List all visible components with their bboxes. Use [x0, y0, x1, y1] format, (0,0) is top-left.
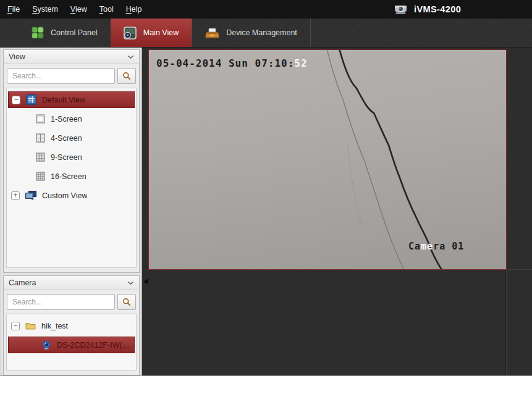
tree-item-hik-test[interactable]: − hik_test — [8, 317, 135, 334]
camera-panel-header[interactable]: Camera — [4, 276, 139, 290]
search-icon — [122, 298, 131, 306]
tab-main-view[interactable]: Main View — [111, 19, 192, 47]
view-panel-title: View — [9, 52, 25, 61]
menu-help[interactable]: Help — [120, 0, 148, 19]
camera-tree: − hik_test — [6, 314, 137, 371]
osd-camera-label-post: ra 01 — [433, 241, 464, 252]
tree-item-label: 9-Screen — [51, 153, 82, 162]
camera-panel-title: Camera — [9, 278, 36, 287]
view-tree: − Default View — [6, 88, 137, 268]
main-view-icon — [124, 27, 137, 40]
tree-item-label: DS-2CD2412F-IW(43... — [57, 341, 134, 350]
camera-search-button[interactable] — [117, 294, 136, 310]
tree-item-1-screen[interactable]: 1-Screen — [8, 111, 135, 127]
stage-horizontal-divider — [506, 269, 532, 270]
tab-control-panel[interactable]: Control Panel — [19, 19, 111, 47]
tree-item-label: 16-Screen — [51, 172, 87, 181]
osd-timestamp-light: 52 — [294, 57, 307, 69]
tree-item-camera-device[interactable]: DS-2CD2412F-IW(43... — [8, 337, 135, 353]
view-search-button[interactable] — [117, 68, 136, 84]
tree-item-default-view[interactable]: − Default View — [8, 91, 135, 108]
custom-view-icon — [25, 191, 36, 200]
screen-1-icon — [36, 114, 45, 124]
tab-label: Main View — [143, 28, 179, 37]
dome-camera-logo-icon — [393, 3, 408, 15]
wall-crack-image — [149, 50, 506, 269]
app-logo: iVMS-4200 — [393, 0, 461, 19]
screen-16-icon — [36, 172, 45, 181]
ip-camera-icon — [41, 340, 51, 350]
expand-expander[interactable]: + — [11, 191, 20, 200]
tab-label: Device Management — [226, 28, 297, 37]
tree-item-4-screen[interactable]: 4-Screen — [8, 130, 135, 146]
osd-camera-label: Camera 01 — [408, 241, 464, 252]
screen-4-icon — [36, 133, 45, 143]
view-panel-header[interactable]: View — [4, 50, 139, 64]
tree-item-16-screen[interactable]: 16-Screen — [8, 168, 135, 185]
tab-device-management[interactable]: Device Management — [192, 19, 310, 47]
tree-item-9-screen[interactable]: 9-Screen — [8, 149, 135, 165]
view-search-input[interactable] — [7, 68, 115, 84]
view-search-row — [4, 64, 139, 87]
camera-search-input[interactable] — [7, 294, 115, 310]
folder-icon — [25, 322, 36, 330]
device-management-icon — [205, 27, 219, 39]
tree-item-label: Custom View — [42, 191, 87, 200]
app-window: File System View Tool Help iVMS-4200 — [0, 0, 532, 376]
sidebar: View − — [0, 48, 142, 375]
chevron-down-icon[interactable] — [127, 281, 134, 285]
chevron-down-icon[interactable] — [127, 55, 134, 59]
tab-label: Control Panel — [51, 28, 98, 37]
menu-tool[interactable]: Tool — [93, 0, 120, 19]
camera-search-row — [4, 290, 139, 313]
control-panel-icon — [32, 27, 44, 39]
tree-item-label: Default View — [42, 96, 85, 104]
osd-camera-label-pre: Ca — [408, 241, 421, 252]
menu-system[interactable]: System — [26, 0, 64, 19]
menu-view[interactable]: View — [64, 0, 93, 19]
view-panel: View − — [3, 49, 140, 273]
tree-item-label: hik_test — [41, 322, 68, 330]
menu-bar: File System View Tool Help iVMS-4200 — [0, 0, 532, 19]
toolbar-separator — [310, 19, 311, 47]
video-stage: 05-04-2014 Sun 07:10:52 Camera 01 — [143, 48, 532, 375]
osd-timestamp-dark: 05-04-2014 Sun 07:10: — [156, 57, 294, 69]
toolbar: Control Panel Main View — [0, 19, 532, 48]
osd-camera-label-mid: me — [421, 241, 433, 252]
collapse-expander[interactable]: − — [12, 96, 20, 104]
grid-view-icon — [26, 94, 36, 105]
screen-9-icon — [36, 153, 45, 162]
tree-item-label: 1-Screen — [51, 115, 82, 124]
tree-item-label: 4-Screen — [51, 134, 82, 143]
sidebar-collapse-arrow-icon[interactable] — [143, 278, 148, 285]
app-title: iVMS-4200 — [414, 4, 461, 14]
osd-timestamp: 05-04-2014 Sun 07:10:52 — [156, 57, 308, 69]
search-icon — [122, 72, 131, 80]
tree-item-custom-view[interactable]: + Custom View — [8, 187, 135, 204]
collapse-expander[interactable]: − — [11, 322, 20, 330]
menu-file[interactable]: File — [1, 0, 26, 19]
video-tile-camera-01[interactable]: 05-04-2014 Sun 07:10:52 Camera 01 — [148, 49, 507, 270]
camera-panel: Camera − — [3, 275, 140, 375]
